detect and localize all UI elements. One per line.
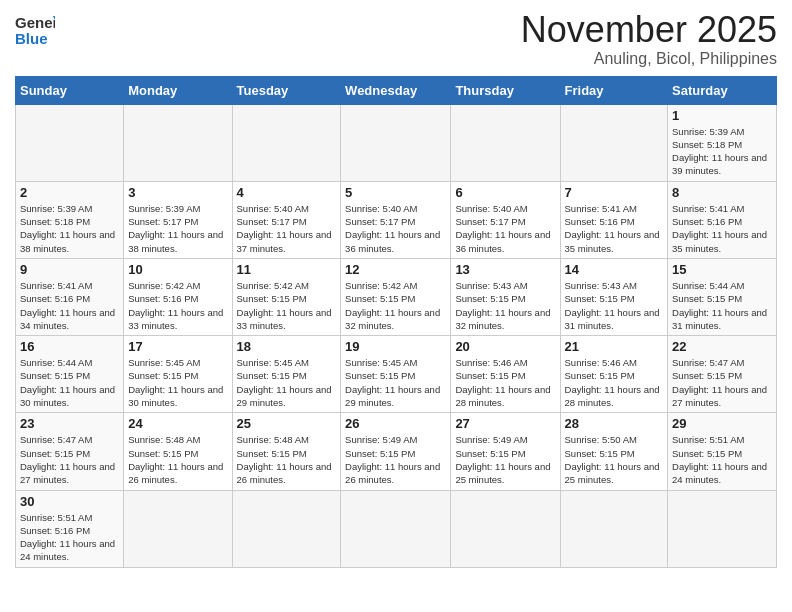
day-info: Sunrise: 5:51 AMSunset: 5:15 PMDaylight:…: [672, 433, 772, 486]
calendar-cell: 22Sunrise: 5:47 AMSunset: 5:15 PMDayligh…: [668, 336, 777, 413]
calendar-cell: 30Sunrise: 5:51 AMSunset: 5:16 PMDayligh…: [16, 490, 124, 567]
calendar-cell: 26Sunrise: 5:49 AMSunset: 5:15 PMDayligh…: [341, 413, 451, 490]
calendar-cell: 5Sunrise: 5:40 AMSunset: 5:17 PMDaylight…: [341, 181, 451, 258]
month-title: November 2025: [521, 10, 777, 50]
day-info: Sunrise: 5:47 AMSunset: 5:15 PMDaylight:…: [20, 433, 119, 486]
day-number: 7: [565, 185, 664, 200]
calendar-week-row: 23Sunrise: 5:47 AMSunset: 5:15 PMDayligh…: [16, 413, 777, 490]
location-title: Anuling, Bicol, Philippines: [521, 50, 777, 68]
day-info: Sunrise: 5:50 AMSunset: 5:15 PMDaylight:…: [565, 433, 664, 486]
calendar-cell: 18Sunrise: 5:45 AMSunset: 5:15 PMDayligh…: [232, 336, 341, 413]
day-number: 9: [20, 262, 119, 277]
calendar-cell: 12Sunrise: 5:42 AMSunset: 5:15 PMDayligh…: [341, 258, 451, 335]
day-info: Sunrise: 5:41 AMSunset: 5:16 PMDaylight:…: [672, 202, 772, 255]
svg-text:Blue: Blue: [15, 30, 48, 47]
day-number: 24: [128, 416, 227, 431]
day-number: 15: [672, 262, 772, 277]
day-info: Sunrise: 5:47 AMSunset: 5:15 PMDaylight:…: [672, 356, 772, 409]
day-number: 28: [565, 416, 664, 431]
day-number: 20: [455, 339, 555, 354]
weekday-header: Thursday: [451, 76, 560, 104]
calendar-cell: 2Sunrise: 5:39 AMSunset: 5:18 PMDaylight…: [16, 181, 124, 258]
day-number: 22: [672, 339, 772, 354]
day-info: Sunrise: 5:43 AMSunset: 5:15 PMDaylight:…: [565, 279, 664, 332]
calendar: SundayMondayTuesdayWednesdayThursdayFrid…: [15, 76, 777, 568]
calendar-cell: [451, 104, 560, 181]
header: General Blue November 2025 Anuling, Bico…: [15, 10, 777, 68]
calendar-cell: 8Sunrise: 5:41 AMSunset: 5:16 PMDaylight…: [668, 181, 777, 258]
calendar-cell: 7Sunrise: 5:41 AMSunset: 5:16 PMDaylight…: [560, 181, 668, 258]
day-number: 4: [237, 185, 337, 200]
day-info: Sunrise: 5:40 AMSunset: 5:17 PMDaylight:…: [345, 202, 446, 255]
day-info: Sunrise: 5:39 AMSunset: 5:18 PMDaylight:…: [672, 125, 772, 178]
calendar-cell: [124, 490, 232, 567]
calendar-cell: 28Sunrise: 5:50 AMSunset: 5:15 PMDayligh…: [560, 413, 668, 490]
calendar-cell: [232, 104, 341, 181]
day-number: 16: [20, 339, 119, 354]
day-info: Sunrise: 5:42 AMSunset: 5:15 PMDaylight:…: [237, 279, 337, 332]
weekday-header-row: SundayMondayTuesdayWednesdayThursdayFrid…: [16, 76, 777, 104]
day-info: Sunrise: 5:49 AMSunset: 5:15 PMDaylight:…: [455, 433, 555, 486]
weekday-header: Monday: [124, 76, 232, 104]
day-info: Sunrise: 5:49 AMSunset: 5:15 PMDaylight:…: [345, 433, 446, 486]
calendar-cell: 6Sunrise: 5:40 AMSunset: 5:17 PMDaylight…: [451, 181, 560, 258]
title-section: November 2025 Anuling, Bicol, Philippine…: [521, 10, 777, 68]
calendar-cell: 29Sunrise: 5:51 AMSunset: 5:15 PMDayligh…: [668, 413, 777, 490]
day-number: 30: [20, 494, 119, 509]
day-number: 3: [128, 185, 227, 200]
day-info: Sunrise: 5:45 AMSunset: 5:15 PMDaylight:…: [128, 356, 227, 409]
day-number: 27: [455, 416, 555, 431]
calendar-cell: 16Sunrise: 5:44 AMSunset: 5:15 PMDayligh…: [16, 336, 124, 413]
day-info: Sunrise: 5:46 AMSunset: 5:15 PMDaylight:…: [565, 356, 664, 409]
day-number: 1: [672, 108, 772, 123]
weekday-header: Wednesday: [341, 76, 451, 104]
calendar-cell: [560, 490, 668, 567]
day-number: 8: [672, 185, 772, 200]
day-info: Sunrise: 5:40 AMSunset: 5:17 PMDaylight:…: [237, 202, 337, 255]
day-number: 12: [345, 262, 446, 277]
calendar-cell: 4Sunrise: 5:40 AMSunset: 5:17 PMDaylight…: [232, 181, 341, 258]
calendar-cell: 23Sunrise: 5:47 AMSunset: 5:15 PMDayligh…: [16, 413, 124, 490]
day-info: Sunrise: 5:43 AMSunset: 5:15 PMDaylight:…: [455, 279, 555, 332]
weekday-header: Sunday: [16, 76, 124, 104]
calendar-cell: 15Sunrise: 5:44 AMSunset: 5:15 PMDayligh…: [668, 258, 777, 335]
calendar-cell: 1Sunrise: 5:39 AMSunset: 5:18 PMDaylight…: [668, 104, 777, 181]
weekday-header: Friday: [560, 76, 668, 104]
calendar-cell: 14Sunrise: 5:43 AMSunset: 5:15 PMDayligh…: [560, 258, 668, 335]
calendar-cell: 25Sunrise: 5:48 AMSunset: 5:15 PMDayligh…: [232, 413, 341, 490]
calendar-week-row: 2Sunrise: 5:39 AMSunset: 5:18 PMDaylight…: [16, 181, 777, 258]
day-number: 2: [20, 185, 119, 200]
calendar-cell: 17Sunrise: 5:45 AMSunset: 5:15 PMDayligh…: [124, 336, 232, 413]
calendar-cell: [341, 104, 451, 181]
calendar-cell: 27Sunrise: 5:49 AMSunset: 5:15 PMDayligh…: [451, 413, 560, 490]
calendar-week-row: 16Sunrise: 5:44 AMSunset: 5:15 PMDayligh…: [16, 336, 777, 413]
day-info: Sunrise: 5:41 AMSunset: 5:16 PMDaylight:…: [565, 202, 664, 255]
day-number: 17: [128, 339, 227, 354]
calendar-cell: 19Sunrise: 5:45 AMSunset: 5:15 PMDayligh…: [341, 336, 451, 413]
day-info: Sunrise: 5:46 AMSunset: 5:15 PMDaylight:…: [455, 356, 555, 409]
weekday-header: Tuesday: [232, 76, 341, 104]
calendar-cell: [341, 490, 451, 567]
day-number: 6: [455, 185, 555, 200]
calendar-week-row: 9Sunrise: 5:41 AMSunset: 5:16 PMDaylight…: [16, 258, 777, 335]
calendar-week-row: 30Sunrise: 5:51 AMSunset: 5:16 PMDayligh…: [16, 490, 777, 567]
day-number: 26: [345, 416, 446, 431]
calendar-cell: 20Sunrise: 5:46 AMSunset: 5:15 PMDayligh…: [451, 336, 560, 413]
calendar-cell: [16, 104, 124, 181]
calendar-cell: [451, 490, 560, 567]
calendar-cell: 11Sunrise: 5:42 AMSunset: 5:15 PMDayligh…: [232, 258, 341, 335]
day-info: Sunrise: 5:48 AMSunset: 5:15 PMDaylight:…: [237, 433, 337, 486]
day-info: Sunrise: 5:44 AMSunset: 5:15 PMDaylight:…: [672, 279, 772, 332]
calendar-cell: 24Sunrise: 5:48 AMSunset: 5:15 PMDayligh…: [124, 413, 232, 490]
day-info: Sunrise: 5:42 AMSunset: 5:15 PMDaylight:…: [345, 279, 446, 332]
calendar-cell: [124, 104, 232, 181]
day-info: Sunrise: 5:42 AMSunset: 5:16 PMDaylight:…: [128, 279, 227, 332]
calendar-cell: 9Sunrise: 5:41 AMSunset: 5:16 PMDaylight…: [16, 258, 124, 335]
day-info: Sunrise: 5:45 AMSunset: 5:15 PMDaylight:…: [237, 356, 337, 409]
svg-text:General: General: [15, 14, 55, 31]
calendar-cell: 10Sunrise: 5:42 AMSunset: 5:16 PMDayligh…: [124, 258, 232, 335]
day-number: 18: [237, 339, 337, 354]
day-number: 29: [672, 416, 772, 431]
logo-icon: General Blue: [15, 10, 55, 50]
day-number: 21: [565, 339, 664, 354]
